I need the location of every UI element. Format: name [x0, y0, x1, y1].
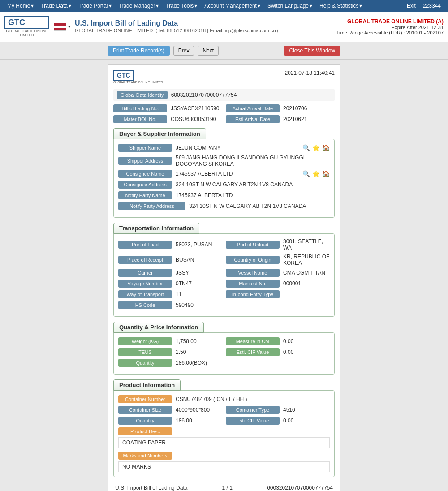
inbond-label: In-bond Entry Type [226, 290, 280, 298]
esti-arrival-value: 20210621 [283, 116, 335, 122]
prev-button-top[interactable]: Prev [173, 46, 194, 56]
product-section: Product Information Container Number CSN… [113, 379, 335, 477]
teus-label: TEUS [118, 348, 172, 356]
nav-exit[interactable]: Exit [403, 0, 419, 12]
quantity-label: Quantity [118, 359, 172, 367]
buyer-supplier-section: Buyer & Supplier Information Shipper Nam… [113, 128, 335, 218]
account-info: GLOBAL TRADE ONLINE LIMITED (A) Expire A… [336, 18, 444, 35]
container-number-label: Container Number [118, 395, 172, 403]
actual-arrival-label: Actual Arrival Date [226, 104, 280, 112]
home-icon-2[interactable]: 🏠 [322, 170, 330, 178]
product-container: Container Number CSNU7484709 ( CN / L / … [113, 390, 335, 477]
expire-date: Expire After 2021-12-31 [336, 25, 444, 30]
transportation-title: Transportation Information [113, 223, 199, 234]
nav-helpstats[interactable]: Help & Statistics ▾ [316, 0, 366, 12]
time-range: Time Range Accessible (LDR) : 201001 - 2… [336, 30, 444, 35]
quantity-section: Quantity & Price Information Weight (KG)… [113, 321, 335, 375]
user-id: 223344 [419, 3, 444, 9]
container-number-row: Container Number CSNU7484709 ( CN / L / … [118, 395, 330, 403]
nav-tradeportal[interactable]: Trade Portal ▾ [75, 0, 115, 12]
buyer-supplier-title: Buyer & Supplier Information [113, 128, 206, 139]
manifest-value: 000001 [283, 280, 330, 287]
star-icon-2[interactable]: ⭐ [312, 170, 320, 178]
card-logo-area: GTC GLOBAL TRADE ONLINE LIMITED [113, 70, 163, 84]
shipper-address-value: 569 JANG HANG DONG ILSANDONG GU GYUNGGI … [176, 155, 330, 167]
way-inbond-row: Way of Transport 11 In-bond Entry Type [118, 290, 330, 298]
nav-switchlang[interactable]: Switch Language ▾ [264, 0, 316, 12]
nav-tradetools[interactable]: Trade Tools ▾ [162, 0, 201, 12]
prod-cif-label: Esti. CIF Value [226, 417, 280, 425]
notify-address-label: Notify Party Address [118, 202, 185, 210]
quantity-title: Quantity & Price Information [113, 322, 204, 333]
print-button-top[interactable]: Print Trade Record(s) [108, 46, 170, 56]
shipper-address-label: Shipper Address [118, 157, 172, 165]
nav-trademanager[interactable]: Trade Manager ▾ [115, 0, 163, 12]
hscode-row: HS Code 590490 [118, 301, 330, 309]
voyage-value: 0TN47 [176, 280, 222, 287]
teus-value: 1.50 [176, 349, 222, 355]
global-identity-label: Global Data Identity [117, 91, 168, 99]
card-footer: U.S. Import Bill of Lading Data 1 / 1 60… [113, 482, 335, 491]
notify-name-row: Notify Party Name 1745937 ALBERTA LTD [118, 191, 330, 199]
consignee-address-value: 324 10ST N W CALGARY AB T2N 1V8 CANADA [176, 181, 330, 188]
page-subtitle: GLOBAL TRADE ONLINE LIMITED（Tel: 86-512-… [75, 27, 336, 34]
footer-page-label: U.S. Import Bill of Lading Data [115, 485, 187, 491]
transportation-section: Transportation Information Port of Load … [113, 222, 335, 317]
country-origin-value: KR, REPUBLIC OF KOREA [283, 254, 330, 266]
actual-arrival-value: 20210706 [283, 105, 335, 112]
quantity-container: Weight (KG) 1,758.00 Measure in CM 0.00 … [113, 332, 335, 375]
receipt-value: BUSAN [176, 257, 222, 263]
port-load-value: 58023, PUSAN [176, 241, 222, 248]
page-title-area: U.S. Import Bill of Lading Data GLOBAL T… [75, 19, 336, 34]
port-unload-value: 3001, SEATTLE, WA [283, 238, 330, 251]
vessel-value: CMA CGM TITAN [283, 270, 330, 276]
next-button-top[interactable]: Next [198, 46, 219, 56]
hscode-value: 590490 [176, 302, 222, 308]
marks-label: Marks and Numbers [118, 452, 172, 460]
home-icon[interactable]: 🏠 [322, 144, 330, 152]
carrier-vessel-row: Carrier JSSY Vessel Name CMA CGM TITAN [118, 269, 330, 277]
search-icon[interactable]: 🔍 [302, 144, 310, 152]
country-origin-label: Country of Origin [226, 256, 280, 264]
close-button-top[interactable]: Close This Window [284, 46, 340, 56]
bol-no-value: JSSYACEX2110590 [171, 105, 222, 112]
weight-value: 1,758.00 [176, 338, 222, 345]
nav-tradedata[interactable]: Trade Data ▾ [37, 0, 75, 12]
voyage-manifest-row: Voyage Number 0TN47 Manifest No. 000001 [118, 280, 330, 288]
star-icon[interactable]: ⭐ [312, 144, 320, 152]
receipt-label: Place of Receipt [118, 256, 172, 264]
prod-cif-value: 0.00 [283, 418, 330, 424]
receipt-origin-row: Place of Receipt BUSAN Country of Origin… [118, 254, 330, 266]
bol-row: Bill of Lading No. JSSYACEX2110590 Actua… [113, 104, 335, 112]
hscode-label: HS Code [118, 301, 172, 309]
master-bol-label: Mater BOL No. [113, 115, 167, 123]
notify-address-row: Notify Party Address 324 10ST N W CALGAR… [118, 202, 330, 210]
consignee-name-row: Consignee Name 1745937 ALBERTA LTD 🔍 ⭐ 🏠 [118, 170, 330, 178]
port-load-label: Port of Load [118, 241, 172, 249]
manifest-label: Manifest No. [226, 280, 280, 288]
prod-desc-label: Product Desc [118, 427, 172, 435]
nav-myhome[interactable]: My Home ▾ [4, 0, 37, 12]
consignee-address-row: Consignee Address 324 10ST N W CALGARY A… [118, 181, 330, 189]
measure-label: Measure in CM [226, 337, 280, 345]
card-header: GTC GLOBAL TRADE ONLINE LIMITED 2021-07-… [113, 70, 335, 84]
logo-area: GTC GLOBAL TRADE ONLINE LIMITED [4, 16, 49, 37]
teus-cif-row: TEUS 1.50 Esti. CIF Value 0.00 [118, 348, 330, 356]
marks-value: NO MARKS [118, 461, 330, 472]
page-title: U.S. Import Bill of Lading Data [75, 19, 336, 27]
esti-cif-qty-value: 0.00 [283, 349, 330, 355]
vessel-label: Vessel Name [226, 269, 280, 277]
buyer-supplier-container: Shipper Name JEJUN COMPANY 🔍 ⭐ 🏠 Shipper… [113, 139, 335, 218]
footer-page-num: 1 / 1 [222, 485, 233, 491]
shipper-name-value: JEJUN COMPANY [176, 145, 295, 151]
flag-dropdown-icon[interactable]: ▾ [68, 24, 70, 29]
shipper-icons: 🔍 ⭐ 🏠 [302, 144, 330, 152]
action-bar-top: Print Trade Record(s) Prev Next Close Th… [0, 42, 448, 60]
nav-accountmgmt[interactable]: Account Management ▾ [201, 0, 264, 12]
container-number-value: CSNU7484709 ( CN / L / HH ) [176, 396, 330, 402]
prod-qty-label: Quantity [118, 417, 172, 425]
notify-address-value: 324 10ST N W CALGARY AB T2N 1V8 CANADA [189, 203, 330, 209]
search-icon-2[interactable]: 🔍 [302, 170, 310, 178]
record-card: GTC GLOBAL TRADE ONLINE LIMITED 2021-07-… [108, 64, 340, 491]
header-bar: GTC GLOBAL TRADE ONLINE LIMITED ▾ U.S. I… [0, 12, 448, 42]
